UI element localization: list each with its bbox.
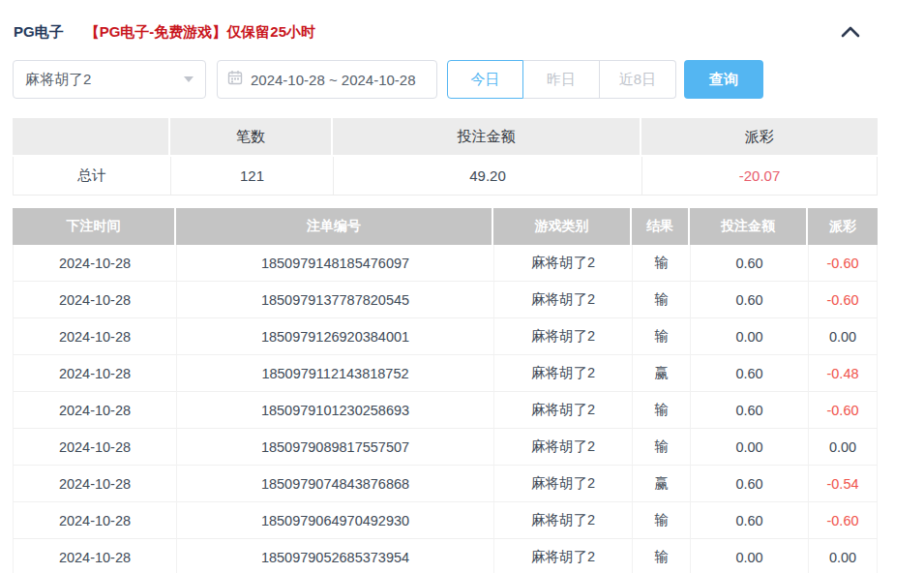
- records-column-header: 结果: [632, 208, 690, 245]
- records-column-header: 投注金额: [690, 208, 808, 245]
- bet-id-cell: 1850979089817557507: [176, 429, 493, 466]
- game-type-cell: 麻将胡了2: [493, 539, 632, 573]
- bet-amount-cell: 0.60: [690, 466, 808, 502]
- betting-records-panel: PG电子 【PG电子-免费游戏】仅保留25小时 麻将胡了2: [0, 0, 924, 573]
- chevron-up-icon: [841, 26, 860, 41]
- bet-id-cell: 1850979064970492930: [176, 502, 493, 539]
- summary-column-header: 派彩: [641, 118, 878, 157]
- game-type-cell: 麻将胡了2: [493, 466, 632, 502]
- summary-table: 笔数投注金额派彩 总计 121 49.20 -20.07: [13, 118, 878, 196]
- bet-time-cell: 2024-10-28: [13, 318, 176, 355]
- summary-column-header: 笔数: [170, 118, 333, 157]
- bet-time-cell: 2024-10-28: [13, 392, 176, 429]
- game-type-cell: 麻将胡了2: [493, 245, 632, 282]
- payout-cell: 0.00: [808, 318, 878, 355]
- quick-date-button-group: 今日昨日近8日: [447, 60, 676, 99]
- bet-amount-cell: 0.60: [690, 392, 808, 429]
- table-row: 2024-10-281850979112143818752麻将胡了2赢0.60-…: [13, 355, 878, 392]
- query-button[interactable]: 查询: [684, 60, 763, 99]
- bet-id-cell: 1850979137787820545: [176, 282, 493, 318]
- bet-time-cell: 2024-10-28: [13, 245, 176, 282]
- table-row: 2024-10-281850979126920384001麻将胡了2输0.000…: [13, 318, 878, 355]
- notice-text: 【PG电子-免费游戏】仅保留25小时: [85, 23, 315, 42]
- summary-column-header: [13, 118, 170, 157]
- bet-time-cell: 2024-10-28: [13, 282, 176, 318]
- payout-cell: -0.60: [808, 245, 878, 282]
- bet-amount-cell: 0.60: [690, 502, 808, 539]
- bet-id-cell: 1850979052685373954: [176, 539, 493, 573]
- payout-cell: -0.60: [808, 392, 878, 429]
- records-column-header: 注单编号: [176, 208, 493, 245]
- table-row: 2024-10-281850979089817557507麻将胡了2输0.000…: [13, 429, 878, 466]
- payout-cell: -0.60: [808, 282, 878, 318]
- table-row: 2024-10-281850979137787820545麻将胡了2输0.60-…: [13, 282, 878, 318]
- bet-id-cell: 1850979112143818752: [176, 355, 493, 392]
- payout-cell: 0.00: [808, 539, 878, 573]
- bet-id-cell: 1850979074843876868: [176, 466, 493, 502]
- quick-date-button[interactable]: 近8日: [600, 60, 676, 99]
- result-cell: 赢: [632, 466, 690, 502]
- bet-id-cell: 1850979126920384001: [176, 318, 493, 355]
- game-type-cell: 麻将胡了2: [493, 318, 632, 355]
- payout-cell: -0.60: [808, 502, 878, 539]
- payout-cell: -0.54: [808, 466, 878, 502]
- game-type-cell: 麻将胡了2: [493, 392, 632, 429]
- result-cell: 输: [632, 539, 690, 573]
- records-body: 2024-10-281850979148185476097麻将胡了2输0.60-…: [13, 245, 878, 573]
- bet-amount-cell: 0.00: [690, 539, 808, 573]
- table-row: 2024-10-281850979101230258693麻将胡了2输0.60-…: [13, 392, 878, 429]
- summary-count: 121: [170, 157, 333, 196]
- summary-total-row: 总计 121 49.20 -20.07: [13, 157, 878, 196]
- result-cell: 赢: [632, 355, 690, 392]
- table-row: 2024-10-281850979148185476097麻将胡了2输0.60-…: [13, 245, 878, 282]
- bet-amount-cell: 0.60: [690, 282, 808, 318]
- summary-header-row: 笔数投注金额派彩: [13, 118, 878, 157]
- bet-time-cell: 2024-10-28: [13, 355, 176, 392]
- panel-header: PG电子 【PG电子-免费游戏】仅保留25小时: [0, 0, 924, 43]
- collapse-button[interactable]: [837, 22, 864, 42]
- result-cell: 输: [632, 429, 690, 466]
- table-row: 2024-10-281850979064970492930麻将胡了2输0.60-…: [13, 502, 878, 539]
- bet-time-cell: 2024-10-28: [13, 539, 176, 573]
- quick-date-button[interactable]: 今日: [447, 60, 523, 99]
- result-cell: 输: [632, 282, 690, 318]
- records-header-row: 下注时间注单编号游戏类别结果投注金额派彩: [13, 208, 878, 245]
- result-cell: 输: [632, 245, 690, 282]
- quick-date-button[interactable]: 昨日: [523, 60, 600, 99]
- game-type-cell: 麻将胡了2: [493, 429, 632, 466]
- result-cell: 输: [632, 392, 690, 429]
- records-table: 下注时间注单编号游戏类别结果投注金额派彩 2024-10-28185097914…: [13, 208, 878, 573]
- result-cell: 输: [632, 318, 690, 355]
- date-range-value: 2024-10-28 ~ 2024-10-28: [251, 72, 416, 88]
- bet-time-cell: 2024-10-28: [13, 466, 176, 502]
- payout-cell: 0.00: [808, 429, 878, 466]
- game-type-cell: 麻将胡了2: [493, 502, 632, 539]
- table-row: 2024-10-281850979074843876868麻将胡了2赢0.60-…: [13, 466, 878, 502]
- summary-total-label: 总计: [13, 157, 170, 196]
- bet-amount-cell: 0.60: [690, 245, 808, 282]
- bet-id-cell: 1850979101230258693: [176, 392, 493, 429]
- records-column-header: 游戏类别: [493, 208, 632, 245]
- game-type-cell: 麻将胡了2: [493, 282, 632, 318]
- bet-time-cell: 2024-10-28: [13, 429, 176, 466]
- date-range-input[interactable]: 2024-10-28 ~ 2024-10-28: [217, 60, 437, 99]
- bet-amount-cell: 0.60: [690, 355, 808, 392]
- caret-down-icon: [184, 76, 194, 82]
- game-select[interactable]: 麻将胡了2: [13, 60, 206, 99]
- game-select-value: 麻将胡了2: [25, 71, 184, 89]
- records-column-header: 派彩: [808, 208, 878, 245]
- page-title: PG电子: [14, 23, 64, 42]
- bet-amount-cell: 0.00: [690, 318, 808, 355]
- summary-column-header: 投注金额: [333, 118, 641, 157]
- summary-bet-amount: 49.20: [333, 157, 641, 196]
- calendar-icon: [227, 70, 243, 89]
- table-row: 2024-10-281850979052685373954麻将胡了2输0.000…: [13, 539, 878, 573]
- records-column-header: 下注时间: [13, 208, 176, 245]
- bet-id-cell: 1850979148185476097: [176, 245, 493, 282]
- bet-time-cell: 2024-10-28: [13, 502, 176, 539]
- game-type-cell: 麻将胡了2: [493, 355, 632, 392]
- result-cell: 输: [632, 502, 690, 539]
- summary-payout: -20.07: [641, 157, 878, 196]
- payout-cell: -0.48: [808, 355, 878, 392]
- filter-bar: 麻将胡了2 2024-10-28 ~ 2024-10-28 今日昨日近8日 查询: [13, 60, 924, 99]
